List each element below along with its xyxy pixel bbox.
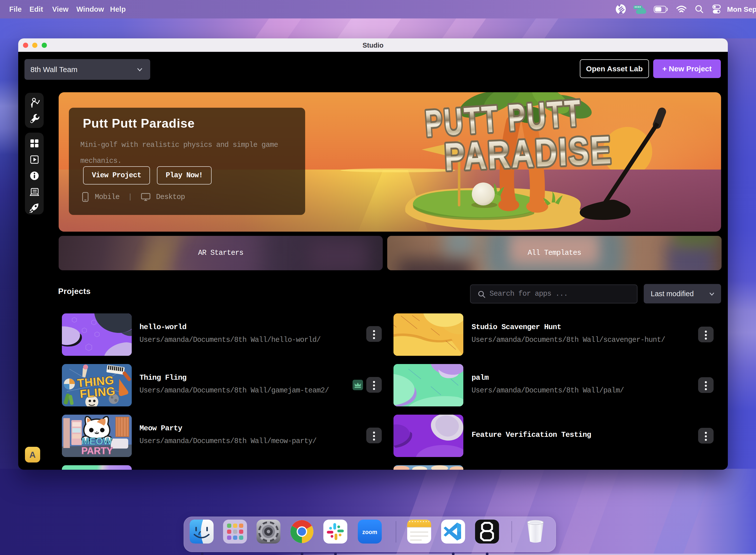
svg-text:MEOW: MEOW <box>82 436 112 446</box>
svg-text:zoom: zoom <box>362 529 377 535</box>
svg-text:PARTY: PARTY <box>81 445 113 456</box>
svg-text:PARADISE: PARADISE <box>443 128 613 179</box>
